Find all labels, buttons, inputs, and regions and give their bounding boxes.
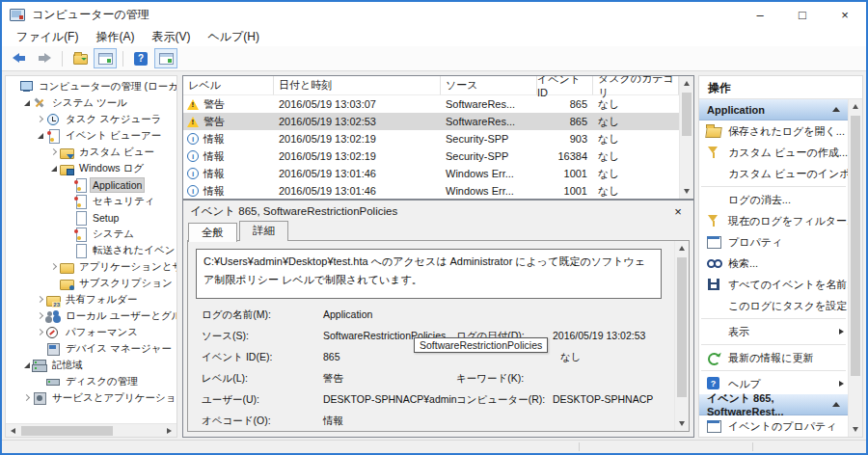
tree-item-label: イベント ビューアー [64,128,163,144]
action-label: 表示 [728,325,749,339]
event-row[interactable]: i情報2016/05/19 13:01:46Windows Err...1001… [183,182,679,199]
scroll-down-arrow-icon[interactable] [849,422,862,437]
scrollbar-thumb[interactable] [851,116,860,376]
maximize-button[interactable]: □ [781,2,824,27]
action-section-header-event-865[interactable]: イベント 865, SoftwareRest... [699,394,848,415]
tree-item-performance[interactable]: パフォーマンス [6,324,176,340]
column-header-category[interactable]: タスクのカテゴリ [593,76,679,95]
toolbar-forward-button[interactable] [33,48,56,68]
action-refresh[interactable]: 最新の情報に更新 [699,347,848,368]
tree-item-label: カスタム ビュー [77,145,156,160]
users-icon [46,309,61,323]
scrollbar-thumb[interactable] [677,257,687,397]
minimize-button[interactable]: – [739,2,781,27]
tree-item-application[interactable]: Application [6,176,176,193]
tree-horizontal-scrollbar[interactable] [6,423,176,437]
submenu-arrow-icon [839,329,844,335]
event-row[interactable]: i情報2016/05/19 13:01:46Windows Err...1001… [183,165,679,182]
action-clear-log[interactable]: ログの消去... [699,189,848,210]
collapsed-arrow-icon[interactable] [36,328,45,337]
tree-item-event-viewer[interactable]: イベント ビューアー [6,127,176,144]
collapsed-arrow-icon[interactable] [36,295,45,305]
action-section-header-application[interactable]: Application [699,99,848,120]
tree-item-security[interactable]: セキュリティ [6,193,176,209]
event-row[interactable]: 警告2016/05/19 13:03:07SoftwareRes...865なし [183,95,679,113]
tree-item-services-applications[interactable]: サービスとアプリケーション [6,389,176,406]
tree-item-apps-services-logs[interactable]: アプリケーションとサービ [6,258,176,275]
toolbar-help-button[interactable] [129,48,152,68]
tree-item-task-scheduler[interactable]: タスク スケジューラ [6,111,176,127]
scroll-up-arrow-icon[interactable] [849,99,862,114]
tree-item-disk-management[interactable]: ディスクの管理 [6,373,176,389]
action-view[interactable]: 表示 [699,321,848,342]
tree-item-local-users-groups[interactable]: ローカル ユーザーとグループ [6,308,176,324]
close-button[interactable]: × [824,2,866,27]
tab-general[interactable]: 全般 [188,223,237,242]
tree-item-setup[interactable]: Setup [6,209,176,226]
detail-scrollbar[interactable] [674,241,689,431]
action-find[interactable]: 検索... [699,253,848,274]
collapsed-arrow-icon[interactable] [49,262,59,272]
event-row[interactable]: 警告2016/05/19 13:02:53SoftwareRes...865なし [183,113,679,130]
scrollbar-thumb[interactable] [21,426,113,436]
scroll-up-arrow-icon[interactable] [675,241,689,255]
column-header-datetime[interactable]: 日付と時刻 [274,76,441,95]
tree-item-system-tools[interactable]: システム ツール [6,94,176,111]
column-header-level[interactable]: レベル [183,76,274,95]
detail-close-button[interactable]: × [669,202,687,220]
menu-action[interactable]: 操作(A) [87,27,143,46]
log-marked-icon [73,178,88,192]
log-marked-icon [73,228,88,241]
toolbar-export-list-button[interactable] [68,48,92,68]
toolbar-show-hide-action-pane-button[interactable] [154,48,177,68]
scroll-down-arrow-icon[interactable] [680,184,693,199]
scrollbar-thumb[interactable] [682,93,692,136]
expanded-arrow-icon[interactable] [49,164,59,174]
action-attach-task-to-log[interactable]: このログにタスクを設定... [699,295,848,316]
event-row[interactable]: i情報2016/05/19 13:02:19Security-SPP16384な… [183,147,679,165]
toolbar-back-button[interactable] [8,48,31,68]
expanded-arrow-icon[interactable] [22,361,32,370]
event-row[interactable]: i情報2016/05/19 13:02:19Security-SPP903なし [183,130,679,147]
column-header-source[interactable]: ソース [441,76,537,95]
tab-details[interactable]: 詳細 [239,221,288,241]
collapse-arrow-icon[interactable] [832,402,840,407]
action-save-all-events[interactable]: すべてのイベントを名前... [699,274,848,295]
expanded-arrow-icon[interactable] [22,98,32,108]
action-import-custom-view[interactable]: カスタム ビューのインポ... [699,163,848,184]
tree-item-system[interactable]: システム [6,226,176,242]
action-filter-current-log[interactable]: 現在のログをフィルター... [699,210,848,231]
collapsed-arrow-icon[interactable] [22,393,32,403]
warning-icon [187,117,199,127]
action-event-properties[interactable]: イベントのプロパティ [699,415,848,437]
tree-item-custom-views[interactable]: カスタム ビュー [6,144,176,160]
action-open-saved-log[interactable]: 保存されたログを開く... [699,120,848,142]
tree-item-device-manager[interactable]: デバイス マネージャー [6,340,176,357]
tree-item-storage[interactable]: 記憶域 [6,357,176,373]
menu-view[interactable]: 表示(V) [143,27,199,46]
tree-item-subscriptions[interactable]: サブスクリプション [6,275,176,291]
scroll-left-arrow-icon[interactable] [6,424,20,438]
collapsed-arrow-icon[interactable] [36,311,45,321]
window-title: コンピューターの管理 [32,7,149,23]
tree-item-shared-folders[interactable]: 共有フォルダー [6,291,176,308]
toolbar-show-hide-console-tree-button[interactable] [94,48,117,68]
event-list-scrollbar[interactable] [679,76,693,199]
actions-scrollbar[interactable] [848,99,862,437]
scroll-up-arrow-icon[interactable] [680,76,693,91]
action-properties[interactable]: プロパティ [699,231,848,253]
menu-file[interactable]: ファイル(F) [8,27,87,46]
collapse-arrow-icon[interactable] [832,107,840,112]
menu-help[interactable]: ヘルプ(H) [199,27,268,46]
collapsed-arrow-icon[interactable] [36,115,45,124]
tree-item-forwarded-events[interactable]: 転送されたイベント [6,242,176,258]
column-header-event_id[interactable]: イベント ID [537,76,593,95]
collapsed-arrow-icon[interactable] [49,147,59,157]
event-message[interactable]: C:¥Users¥admin¥Desktop¥test.hta へのアクセスは … [196,249,662,299]
tree-item-windows-logs[interactable]: Windows ログ [6,160,176,176]
scroll-down-arrow-icon[interactable] [675,416,689,431]
tree-item-computer-management-root[interactable]: コンピューターの管理 (ローカル) [6,78,176,94]
expanded-arrow-icon[interactable] [36,131,45,141]
action-create-custom-view[interactable]: カスタム ビューの作成... [699,142,848,163]
scroll-right-arrow-icon[interactable] [162,424,176,438]
